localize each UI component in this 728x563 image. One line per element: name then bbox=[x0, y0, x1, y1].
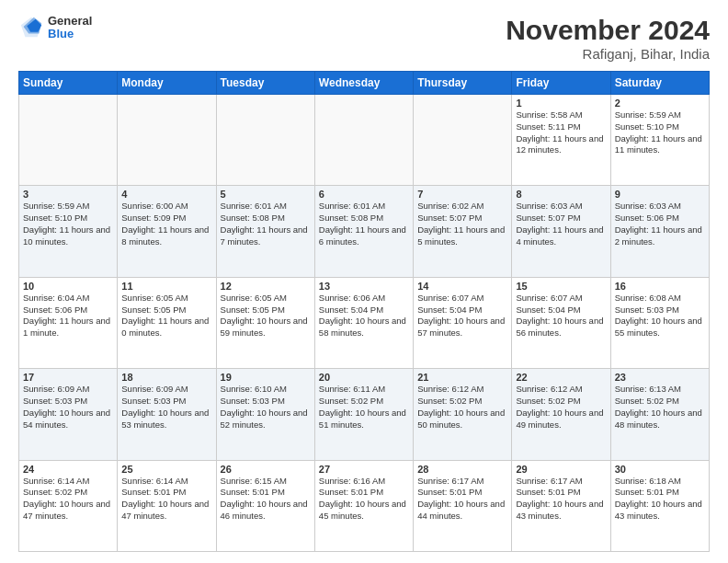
weekday-header-row: SundayMondayTuesdayWednesdayThursdayFrid… bbox=[19, 72, 710, 95]
weekday-header: Monday bbox=[118, 72, 216, 95]
day-number: 1 bbox=[516, 98, 606, 109]
day-info: Sunrise: 6:17 AM Sunset: 5:01 PM Dayligh… bbox=[516, 476, 606, 523]
day-info: Sunrise: 5:58 AM Sunset: 5:11 PM Dayligh… bbox=[516, 109, 606, 156]
day-number: 14 bbox=[417, 281, 507, 292]
week-row: 3Sunrise: 5:59 AM Sunset: 5:10 PM Daylig… bbox=[19, 186, 710, 277]
calendar-cell: 3Sunrise: 5:59 AM Sunset: 5:10 PM Daylig… bbox=[19, 186, 118, 277]
day-info: Sunrise: 6:11 AM Sunset: 5:02 PM Dayligh… bbox=[319, 384, 409, 431]
calendar-cell: 6Sunrise: 6:01 AM Sunset: 5:08 PM Daylig… bbox=[314, 186, 413, 277]
day-info: Sunrise: 6:14 AM Sunset: 5:02 PM Dayligh… bbox=[23, 476, 113, 523]
day-number: 4 bbox=[121, 189, 211, 200]
month-title: November 2024 bbox=[506, 15, 710, 46]
day-info: Sunrise: 6:04 AM Sunset: 5:06 PM Dayligh… bbox=[23, 293, 113, 339]
day-number: 30 bbox=[615, 464, 705, 475]
calendar-cell: 16Sunrise: 6:08 AM Sunset: 5:03 PM Dayli… bbox=[610, 277, 709, 368]
day-number: 22 bbox=[516, 372, 606, 383]
day-info: Sunrise: 6:01 AM Sunset: 5:08 PM Dayligh… bbox=[319, 201, 409, 247]
day-info: Sunrise: 6:09 AM Sunset: 5:03 PM Dayligh… bbox=[23, 384, 113, 431]
day-info: Sunrise: 5:59 AM Sunset: 5:10 PM Dayligh… bbox=[615, 109, 705, 156]
calendar-cell: 26Sunrise: 6:15 AM Sunset: 5:01 PM Dayli… bbox=[216, 460, 314, 551]
calendar-cell bbox=[314, 95, 413, 186]
calendar-cell: 22Sunrise: 6:12 AM Sunset: 5:02 PM Dayli… bbox=[512, 369, 610, 460]
calendar-cell: 24Sunrise: 6:14 AM Sunset: 5:02 PM Dayli… bbox=[19, 460, 118, 551]
calendar-cell: 8Sunrise: 6:03 AM Sunset: 5:07 PM Daylig… bbox=[512, 186, 610, 277]
day-number: 15 bbox=[516, 281, 606, 292]
calendar-cell: 7Sunrise: 6:02 AM Sunset: 5:07 PM Daylig… bbox=[414, 186, 512, 277]
weekday-header: Thursday bbox=[414, 72, 512, 95]
day-info: Sunrise: 6:05 AM Sunset: 5:05 PM Dayligh… bbox=[221, 293, 311, 339]
day-number: 6 bbox=[319, 189, 409, 200]
day-number: 20 bbox=[319, 372, 409, 383]
weekday-header: Tuesday bbox=[216, 72, 314, 95]
day-info: Sunrise: 6:02 AM Sunset: 5:07 PM Dayligh… bbox=[417, 201, 507, 247]
day-info: Sunrise: 6:12 AM Sunset: 5:02 PM Dayligh… bbox=[516, 384, 606, 431]
day-number: 16 bbox=[615, 281, 705, 292]
day-number: 7 bbox=[417, 189, 507, 200]
calendar-cell bbox=[216, 95, 314, 186]
day-info: Sunrise: 6:01 AM Sunset: 5:08 PM Dayligh… bbox=[221, 201, 311, 247]
calendar-cell: 29Sunrise: 6:17 AM Sunset: 5:01 PM Dayli… bbox=[512, 460, 610, 551]
calendar-cell: 10Sunrise: 6:04 AM Sunset: 5:06 PM Dayli… bbox=[19, 277, 118, 368]
week-row: 17Sunrise: 6:09 AM Sunset: 5:03 PM Dayli… bbox=[19, 369, 710, 460]
day-info: Sunrise: 6:13 AM Sunset: 5:02 PM Dayligh… bbox=[615, 384, 705, 431]
day-info: Sunrise: 6:17 AM Sunset: 5:01 PM Dayligh… bbox=[417, 476, 507, 523]
weekday-header: Saturday bbox=[610, 72, 709, 95]
calendar-cell: 11Sunrise: 6:05 AM Sunset: 5:05 PM Dayli… bbox=[118, 277, 216, 368]
day-number: 12 bbox=[221, 281, 311, 292]
weekday-header: Friday bbox=[512, 72, 610, 95]
day-number: 27 bbox=[319, 464, 409, 475]
day-number: 25 bbox=[121, 464, 211, 475]
day-info: Sunrise: 6:00 AM Sunset: 5:09 PM Dayligh… bbox=[121, 201, 211, 247]
header: General Blue November 2024 Rafiganj, Bih… bbox=[18, 15, 710, 62]
calendar-cell: 21Sunrise: 6:12 AM Sunset: 5:02 PM Dayli… bbox=[414, 369, 512, 460]
day-info: Sunrise: 6:07 AM Sunset: 5:04 PM Dayligh… bbox=[516, 293, 606, 339]
day-info: Sunrise: 6:05 AM Sunset: 5:05 PM Dayligh… bbox=[121, 293, 211, 339]
day-number: 18 bbox=[121, 372, 211, 383]
day-number: 2 bbox=[615, 98, 705, 109]
calendar-cell: 28Sunrise: 6:17 AM Sunset: 5:01 PM Dayli… bbox=[414, 460, 512, 551]
day-number: 28 bbox=[417, 464, 507, 475]
day-number: 3 bbox=[23, 189, 113, 200]
day-number: 23 bbox=[615, 372, 705, 383]
calendar-table: SundayMondayTuesdayWednesdayThursdayFrid… bbox=[18, 71, 710, 552]
day-info: Sunrise: 6:09 AM Sunset: 5:03 PM Dayligh… bbox=[121, 384, 211, 431]
day-number: 13 bbox=[319, 281, 409, 292]
calendar-cell: 13Sunrise: 6:06 AM Sunset: 5:04 PM Dayli… bbox=[314, 277, 413, 368]
week-row: 10Sunrise: 6:04 AM Sunset: 5:06 PM Dayli… bbox=[19, 277, 710, 368]
calendar-cell: 2Sunrise: 5:59 AM Sunset: 5:10 PM Daylig… bbox=[610, 95, 709, 186]
day-info: Sunrise: 5:59 AM Sunset: 5:10 PM Dayligh… bbox=[23, 201, 113, 247]
calendar-cell: 9Sunrise: 6:03 AM Sunset: 5:06 PM Daylig… bbox=[610, 186, 709, 277]
day-number: 8 bbox=[516, 189, 606, 200]
calendar-cell: 23Sunrise: 6:13 AM Sunset: 5:02 PM Dayli… bbox=[610, 369, 709, 460]
week-row: 24Sunrise: 6:14 AM Sunset: 5:02 PM Dayli… bbox=[19, 460, 710, 551]
day-info: Sunrise: 6:18 AM Sunset: 5:01 PM Dayligh… bbox=[615, 476, 705, 523]
day-info: Sunrise: 6:15 AM Sunset: 5:01 PM Dayligh… bbox=[221, 476, 311, 523]
logo-text: General Blue bbox=[48, 15, 92, 41]
day-info: Sunrise: 6:08 AM Sunset: 5:03 PM Dayligh… bbox=[615, 293, 705, 339]
calendar-cell bbox=[414, 95, 512, 186]
calendar-cell: 17Sunrise: 6:09 AM Sunset: 5:03 PM Dayli… bbox=[19, 369, 118, 460]
calendar-cell: 12Sunrise: 6:05 AM Sunset: 5:05 PM Dayli… bbox=[216, 277, 314, 368]
calendar-cell: 27Sunrise: 6:16 AM Sunset: 5:01 PM Dayli… bbox=[314, 460, 413, 551]
logo-icon bbox=[18, 15, 44, 40]
page: General Blue November 2024 Rafiganj, Bih… bbox=[0, 0, 728, 563]
title-block: November 2024 Rafiganj, Bihar, India bbox=[506, 15, 710, 62]
calendar-cell: 18Sunrise: 6:09 AM Sunset: 5:03 PM Dayli… bbox=[118, 369, 216, 460]
day-info: Sunrise: 6:16 AM Sunset: 5:01 PM Dayligh… bbox=[319, 476, 409, 523]
calendar-cell bbox=[19, 95, 118, 186]
calendar-cell: 19Sunrise: 6:10 AM Sunset: 5:03 PM Dayli… bbox=[216, 369, 314, 460]
day-number: 21 bbox=[417, 372, 507, 383]
week-row: 1Sunrise: 5:58 AM Sunset: 5:11 PM Daylig… bbox=[19, 95, 710, 186]
weekday-header: Sunday bbox=[19, 72, 118, 95]
calendar-cell: 20Sunrise: 6:11 AM Sunset: 5:02 PM Dayli… bbox=[314, 369, 413, 460]
calendar-cell: 30Sunrise: 6:18 AM Sunset: 5:01 PM Dayli… bbox=[610, 460, 709, 551]
day-number: 9 bbox=[615, 189, 705, 200]
day-number: 29 bbox=[516, 464, 606, 475]
calendar-cell: 4Sunrise: 6:00 AM Sunset: 5:09 PM Daylig… bbox=[118, 186, 216, 277]
day-number: 19 bbox=[221, 372, 311, 383]
weekday-header: Wednesday bbox=[314, 72, 413, 95]
calendar-cell: 25Sunrise: 6:14 AM Sunset: 5:01 PM Dayli… bbox=[118, 460, 216, 551]
day-info: Sunrise: 6:14 AM Sunset: 5:01 PM Dayligh… bbox=[121, 476, 211, 523]
calendar-cell: 5Sunrise: 6:01 AM Sunset: 5:08 PM Daylig… bbox=[216, 186, 314, 277]
day-number: 26 bbox=[221, 464, 311, 475]
